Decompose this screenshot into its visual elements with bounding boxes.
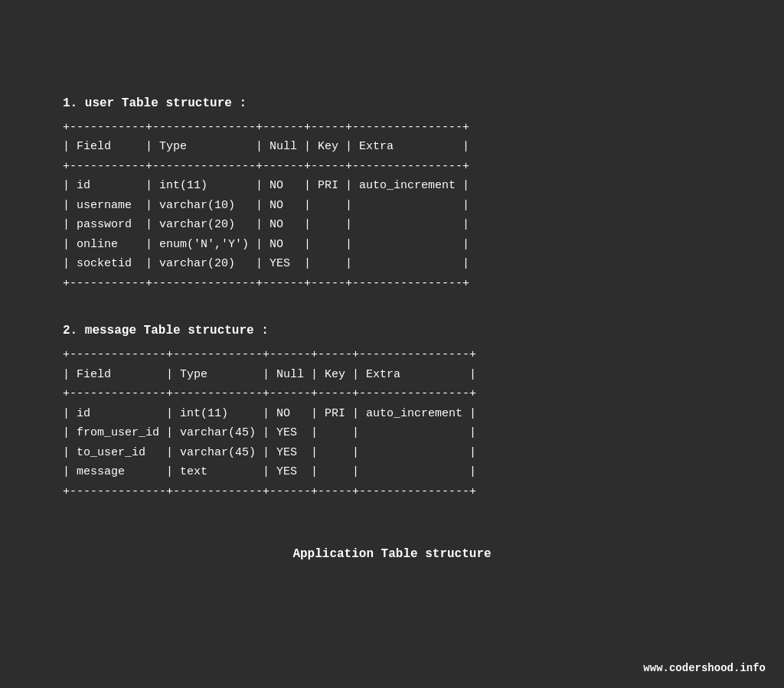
user-table-section: 1. user Table structure : +-----------+-…	[63, 96, 721, 294]
message-table-section: 2. message Table structure : +----------…	[63, 324, 721, 501]
user-table-content: +-----------+---------------+------+----…	[63, 118, 721, 294]
main-content: 1. user Table structure : +-----------+-…	[63, 96, 721, 562]
message-table-title: 2. message Table structure :	[63, 324, 721, 337]
footer-url: www.codershood.info	[643, 662, 766, 674]
footer-caption: Application Table structure	[63, 547, 721, 561]
user-table-title: 1. user Table structure :	[63, 96, 721, 110]
message-table-content: +--------------+-------------+------+---…	[63, 345, 721, 501]
